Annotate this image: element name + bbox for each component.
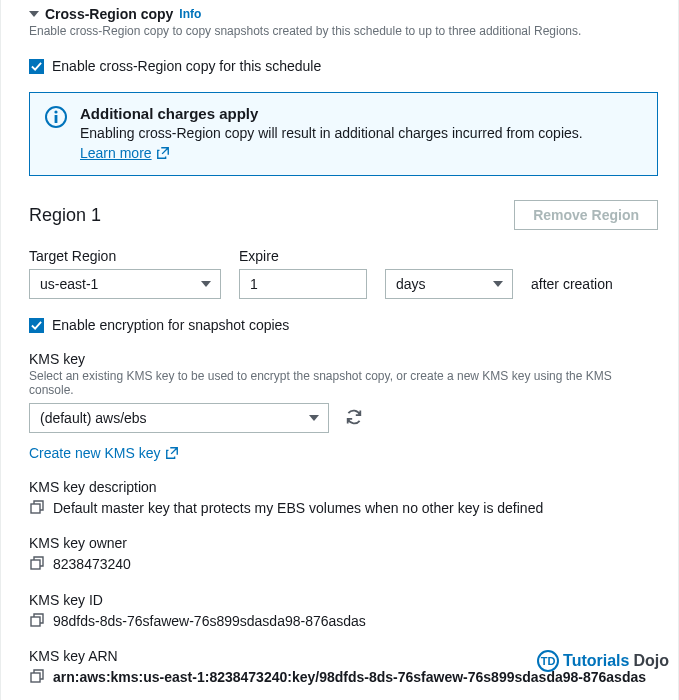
remove-region-button[interactable]: Remove Region	[514, 200, 658, 230]
section-description: Enable cross-Region copy to copy snapsho…	[29, 24, 658, 38]
kms-key-desc: Select an existing KMS key to be used to…	[29, 369, 658, 397]
region-title: Region 1	[29, 205, 101, 226]
watermark-badge: TD	[537, 650, 559, 672]
enable-encryption-checkbox[interactable]	[29, 318, 44, 333]
target-region-select[interactable]: us-east-1	[29, 269, 221, 299]
enable-crc-label: Enable cross-Region copy for this schedu…	[52, 58, 321, 74]
kms-desc-value: Default master key that protects my EBS …	[53, 499, 543, 517]
copy-icon[interactable]	[29, 555, 45, 571]
refresh-button[interactable]	[341, 404, 367, 433]
enable-encryption-label: Enable encryption for snapshot copies	[52, 317, 289, 333]
kms-id-label: KMS key ID	[29, 592, 658, 608]
copy-icon[interactable]	[29, 612, 45, 628]
kms-owner-value: 8238473240	[53, 555, 131, 573]
alert-title: Additional charges apply	[80, 105, 643, 122]
alert-text: Enabling cross-Region copy will result i…	[80, 124, 643, 163]
external-link-icon	[156, 146, 170, 160]
svg-rect-3	[31, 504, 40, 513]
section-title: Cross-Region copy	[45, 6, 173, 22]
info-link[interactable]: Info	[179, 7, 201, 21]
after-creation-label: after creation	[531, 276, 613, 299]
copy-icon[interactable]	[29, 499, 45, 515]
copy-icon[interactable]	[29, 668, 45, 684]
external-link-icon	[165, 446, 179, 460]
kms-key-label: KMS key	[29, 351, 658, 367]
info-icon	[44, 105, 68, 163]
refresh-icon	[345, 408, 363, 426]
enable-crc-checkbox[interactable]	[29, 59, 44, 74]
kms-desc-label: KMS key description	[29, 479, 658, 495]
kms-owner-label: KMS key owner	[29, 535, 658, 551]
charges-alert: Additional charges apply Enabling cross-…	[29, 92, 658, 176]
target-region-label: Target Region	[29, 248, 221, 264]
watermark: TD Tutorials Dojo	[537, 650, 669, 672]
svg-rect-6	[31, 673, 40, 682]
svg-rect-5	[31, 617, 40, 626]
learn-more-link[interactable]: Learn more	[80, 144, 170, 164]
expire-input[interactable]	[239, 269, 367, 299]
svg-rect-2	[55, 115, 58, 123]
svg-rect-4	[31, 560, 40, 569]
svg-point-1	[54, 110, 57, 113]
expire-label: Expire	[239, 248, 367, 264]
kms-id-value: 98dfds-8ds-76sfawew-76s899sdasda98-876as…	[53, 612, 366, 630]
kms-key-select[interactable]: (default) aws/ebs	[29, 403, 329, 433]
expire-unit-select[interactable]: days	[385, 269, 513, 299]
section-header: Cross-Region copy Info Enable cross-Regi…	[29, 0, 658, 40]
caret-down-icon[interactable]	[29, 11, 39, 17]
create-kms-key-link[interactable]: Create new KMS key	[29, 445, 179, 461]
